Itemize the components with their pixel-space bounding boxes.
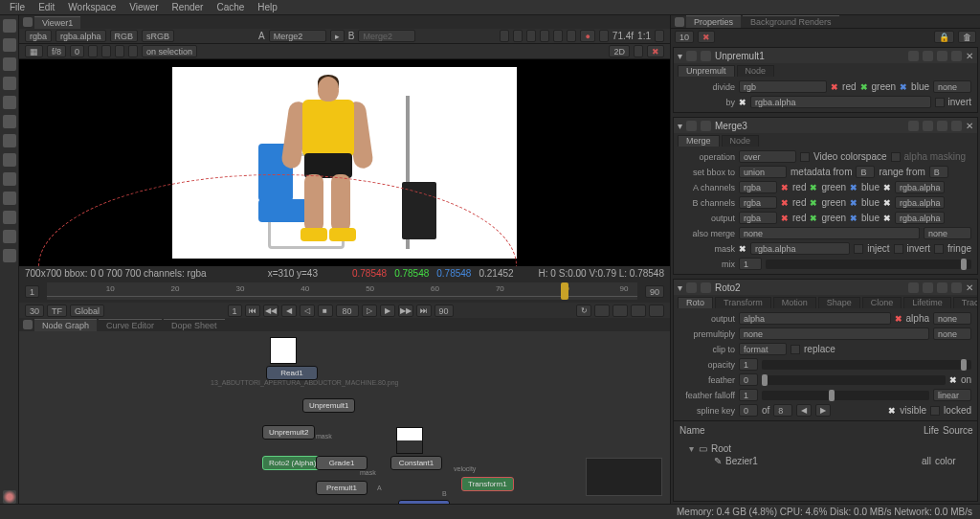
- hdr-icon3[interactable]: [937, 51, 947, 61]
- tab-curveeditor[interactable]: Curve Editor: [99, 319, 162, 331]
- close-panel-icon[interactable]: ✕: [966, 282, 973, 293]
- hdr-icon2[interactable]: [923, 121, 933, 131]
- invert-checkbox[interactable]: [894, 244, 903, 254]
- node-read1[interactable]: Read1: [266, 366, 318, 380]
- viewer-pane[interactable]: [19, 59, 670, 266]
- tool-paint-icon[interactable]: [3, 57, 16, 71]
- last-frame-icon[interactable]: ⏭: [416, 305, 432, 317]
- vc2-icon5[interactable]: [128, 45, 138, 57]
- tool-view-icon[interactable]: [3, 230, 16, 243]
- node-preview-icon[interactable]: [701, 51, 711, 61]
- also-field[interactable]: none: [739, 227, 920, 239]
- ptab-node[interactable]: Node: [722, 135, 760, 147]
- tree-bezier1[interactable]: ✎Bezier1 all color: [687, 455, 964, 467]
- fringe-checkbox[interactable]: [934, 244, 944, 254]
- ptab-lifetime[interactable]: Lifetime: [903, 297, 951, 308]
- vc-icon3[interactable]: [526, 30, 536, 42]
- rout-alpha-icon[interactable]: ✖: [895, 314, 902, 324]
- visible-icon[interactable]: ✖: [888, 406, 896, 416]
- videocs-checkbox[interactable]: [800, 152, 810, 162]
- vc2-icon2[interactable]: [88, 45, 98, 57]
- hdr-icon4[interactable]: [951, 121, 962, 131]
- tool-channel-icon[interactable]: [3, 211, 16, 224]
- loop-icon[interactable]: ↻: [576, 305, 591, 317]
- mix-field[interactable]: 1: [739, 258, 762, 270]
- key-prev-icon[interactable]: ◀: [796, 404, 812, 417]
- prev-key-icon[interactable]: ◀◀: [263, 305, 278, 317]
- vc2-icon7[interactable]: ✖: [647, 45, 664, 57]
- menu-render[interactable]: Render: [167, 2, 210, 12]
- range-field[interactable]: B: [929, 166, 948, 178]
- timeline-ruler[interactable]: 10 20 30 40 50 60 70 80 90: [47, 282, 637, 300]
- props-menu-icon[interactable]: [675, 17, 684, 27]
- ptab-clone[interactable]: Clone: [862, 297, 902, 308]
- vc2-icon6[interactable]: [634, 45, 643, 57]
- spline-field[interactable]: 0: [739, 404, 758, 417]
- node-roto2[interactable]: Roto2 (Alpha): [262, 456, 323, 470]
- none-field[interactable]: none: [933, 80, 971, 93]
- current-frame[interactable]: 80: [336, 305, 359, 317]
- stop-icon[interactable]: ■: [318, 305, 333, 317]
- tool-color-icon[interactable]: [3, 96, 16, 109]
- node-color-icon[interactable]: [686, 121, 697, 131]
- gain-field[interactable]: 0: [70, 45, 84, 57]
- chk-by-icon[interactable]: ✖: [739, 98, 746, 107]
- mix-slider[interactable]: [766, 260, 971, 269]
- hdr-icon4[interactable]: [951, 282, 962, 293]
- rout-none[interactable]: none: [933, 312, 971, 325]
- tool-misc-icon[interactable]: [3, 249, 16, 262]
- ff-curve[interactable]: linear: [933, 389, 971, 401]
- vc-icon5[interactable]: [553, 30, 563, 42]
- ptab-node[interactable]: Node: [737, 65, 775, 77]
- frame-start[interactable]: 1: [25, 285, 39, 298]
- node-transform1[interactable]: Transform1: [461, 477, 514, 491]
- vc-icon8[interactable]: [655, 30, 664, 42]
- also-field2[interactable]: none: [924, 227, 971, 239]
- b-alpha-icon[interactable]: ✖: [883, 198, 891, 208]
- tab-properties[interactable]: Properties: [686, 15, 741, 28]
- menu-help[interactable]: Help: [252, 2, 283, 12]
- hdr-icon1[interactable]: [908, 282, 919, 293]
- timeline[interactable]: 1 10 20 30 40 50 60 70 80 90 90: [19, 280, 670, 303]
- node-color-icon[interactable]: [686, 51, 697, 61]
- vc-icon1[interactable]: [500, 30, 509, 42]
- ptab-transform[interactable]: Transform: [715, 297, 771, 308]
- bbox-field[interactable]: union: [739, 166, 787, 178]
- play-fwd-icon[interactable]: ▶: [380, 305, 395, 317]
- ff-slider[interactable]: [762, 391, 929, 400]
- colorspace2-select[interactable]: sRGB: [142, 30, 174, 42]
- a-blue-icon[interactable]: ✖: [850, 183, 858, 192]
- hdr-icon1[interactable]: [908, 121, 919, 131]
- hdr-icon3[interactable]: [937, 121, 947, 131]
- node-grade1[interactable]: Grade1: [316, 456, 368, 470]
- hdr-icon3[interactable]: [937, 282, 947, 293]
- o-alpha-icon[interactable]: ✖: [883, 214, 891, 223]
- layer-select[interactable]: rgba: [25, 30, 52, 42]
- clip-field[interactable]: format: [739, 343, 787, 355]
- fps-field[interactable]: 30: [25, 305, 44, 317]
- spline-of-field[interactable]: 8: [773, 404, 792, 417]
- vc-icon2[interactable]: [513, 30, 523, 42]
- rprem-field[interactable]: none: [739, 327, 929, 340]
- node-preview-icon[interactable]: [701, 121, 711, 131]
- alpha-select[interactable]: rgba.alpha: [56, 30, 106, 42]
- o-red-icon[interactable]: ✖: [781, 214, 789, 223]
- tool-transform-icon[interactable]: [3, 77, 16, 90]
- meta-field[interactable]: B: [856, 166, 875, 178]
- o-blue-icon[interactable]: ✖: [850, 214, 858, 223]
- node-unpremult1[interactable]: Unpremult1: [302, 398, 355, 413]
- tree-root[interactable]: ▾▭Root: [687, 442, 964, 455]
- chk-green-icon[interactable]: ✖: [860, 82, 868, 92]
- locked-checkbox[interactable]: [930, 406, 940, 416]
- collapse-icon[interactable]: ▾: [678, 51, 682, 61]
- fstop-field[interactable]: f/8: [47, 45, 66, 57]
- by-field[interactable]: rgba.alpha: [750, 96, 931, 108]
- collapse-icon[interactable]: ▾: [678, 282, 682, 293]
- ach-field[interactable]: rgba: [739, 181, 777, 193]
- hdr-icon4[interactable]: [951, 51, 962, 61]
- vc-icon7[interactable]: [599, 30, 609, 42]
- frame-end[interactable]: 90: [645, 285, 664, 298]
- step-back-icon[interactable]: ◁: [300, 305, 315, 317]
- b-green-icon[interactable]: ✖: [810, 198, 817, 208]
- out-field[interactable]: rgba: [739, 212, 777, 224]
